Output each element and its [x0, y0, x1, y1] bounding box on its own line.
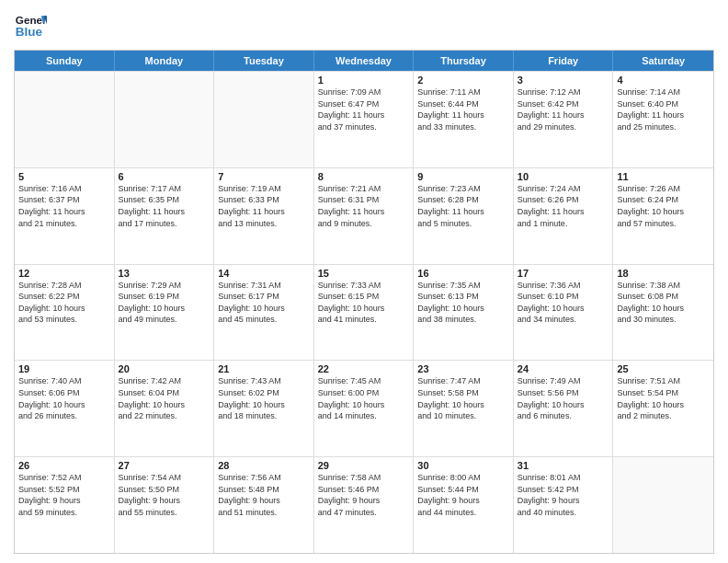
cell-line: Sunset: 6:08 PM — [617, 291, 710, 303]
cell-line: and 29 minutes. — [518, 121, 609, 133]
calendar-row: 19Sunrise: 7:40 AMSunset: 6:06 PMDayligh… — [15, 360, 713, 456]
calendar-cell: 18Sunrise: 7:38 AMSunset: 6:08 PMDayligh… — [613, 265, 713, 361]
calendar: SundayMondayTuesdayWednesdayThursdayFrid… — [14, 50, 714, 554]
day-number: 22 — [318, 363, 410, 374]
cell-line: Sunrise: 7:58 AM — [318, 472, 410, 484]
cell-line: and 17 minutes. — [119, 218, 210, 230]
cell-line: Sunrise: 7:19 AM — [218, 183, 310, 195]
calendar-cell: 17Sunrise: 7:36 AMSunset: 6:10 PMDayligh… — [514, 265, 614, 361]
empty-cell — [15, 72, 115, 167]
cell-line: Daylight: 11 hours — [318, 109, 410, 121]
cell-line: Sunset: 5:46 PM — [318, 484, 410, 496]
cell-line: Daylight: 10 hours — [518, 303, 609, 315]
cell-line: and 41 minutes. — [318, 314, 410, 326]
cell-line: Sunrise: 7:45 AM — [318, 375, 410, 387]
day-number: 14 — [218, 268, 310, 279]
cell-line: and 53 minutes. — [18, 314, 110, 326]
logo-icon: General Blue — [14, 9, 47, 42]
day-number: 3 — [518, 75, 609, 86]
weekday-header: Sunday — [15, 51, 115, 71]
cell-line: and 5 minutes. — [417, 218, 509, 230]
empty-cell — [115, 72, 215, 167]
cell-line: Daylight: 11 hours — [518, 206, 609, 218]
calendar-cell: 14Sunrise: 7:31 AMSunset: 6:17 PMDayligh… — [214, 265, 314, 361]
day-number: 11 — [617, 171, 710, 182]
day-number: 12 — [18, 268, 110, 279]
day-number: 8 — [318, 171, 410, 182]
cell-line: Daylight: 10 hours — [318, 303, 410, 315]
weekday-header: Friday — [514, 51, 614, 71]
cell-line: Sunrise: 7:14 AM — [617, 86, 710, 98]
calendar-cell: 31Sunrise: 8:01 AMSunset: 5:42 PMDayligh… — [514, 457, 614, 553]
cell-line: and 25 minutes. — [617, 121, 710, 133]
cell-line: Sunset: 6:26 PM — [518, 194, 609, 206]
page: General Blue SundayMondayTuesdayWednesda… — [0, 0, 728, 563]
cell-line: Sunset: 5:58 PM — [417, 387, 509, 399]
day-number: 10 — [518, 171, 609, 182]
cell-line: Sunset: 5:44 PM — [417, 484, 509, 496]
cell-line: Daylight: 10 hours — [119, 303, 210, 315]
day-number: 19 — [18, 363, 110, 374]
cell-line: Sunset: 6:06 PM — [18, 387, 110, 399]
calendar-row: 26Sunrise: 7:52 AMSunset: 5:52 PMDayligh… — [15, 456, 713, 553]
calendar-cell: 3Sunrise: 7:12 AMSunset: 6:42 PMDaylight… — [514, 72, 614, 167]
cell-line: and 1 minute. — [518, 218, 609, 230]
cell-line: Sunrise: 7:49 AM — [518, 375, 609, 387]
cell-line: Sunrise: 7:54 AM — [119, 472, 210, 484]
cell-line: and 22 minutes. — [119, 410, 210, 422]
cell-line: Daylight: 10 hours — [617, 303, 710, 315]
calendar-cell: 4Sunrise: 7:14 AMSunset: 6:40 PMDaylight… — [613, 72, 713, 167]
calendar-cell: 9Sunrise: 7:23 AMSunset: 6:28 PMDaylight… — [414, 168, 514, 264]
cell-line: Daylight: 10 hours — [18, 399, 110, 411]
cell-line: Sunset: 5:50 PM — [119, 484, 210, 496]
cell-line: Sunrise: 7:36 AM — [518, 280, 609, 292]
day-number: 16 — [417, 268, 509, 279]
cell-line: and 37 minutes. — [318, 121, 410, 133]
cell-line: Sunrise: 7:16 AM — [18, 183, 110, 195]
cell-line: Sunset: 6:19 PM — [119, 291, 210, 303]
calendar-cell: 15Sunrise: 7:33 AMSunset: 6:15 PMDayligh… — [314, 265, 415, 361]
svg-text:Blue: Blue — [16, 25, 43, 39]
cell-line: Daylight: 11 hours — [518, 109, 609, 121]
day-number: 29 — [318, 460, 410, 471]
cell-line: Daylight: 10 hours — [518, 399, 609, 411]
cell-line: and 44 minutes. — [417, 507, 509, 519]
cell-line: Daylight: 11 hours — [218, 206, 310, 218]
calendar-cell: 13Sunrise: 7:29 AMSunset: 6:19 PMDayligh… — [115, 265, 215, 361]
cell-line: Sunrise: 7:47 AM — [417, 375, 509, 387]
calendar-cell: 16Sunrise: 7:35 AMSunset: 6:13 PMDayligh… — [414, 265, 514, 361]
day-number: 26 — [18, 460, 110, 471]
cell-line: and 30 minutes. — [617, 314, 710, 326]
cell-line: Sunset: 6:40 PM — [617, 98, 710, 110]
cell-line: and 21 minutes. — [18, 218, 110, 230]
cell-line: Daylight: 9 hours — [119, 495, 210, 507]
calendar-cell: 21Sunrise: 7:43 AMSunset: 6:02 PMDayligh… — [214, 361, 314, 456]
cell-line: Sunrise: 7:51 AM — [617, 375, 710, 387]
day-number: 7 — [218, 171, 310, 182]
day-number: 17 — [518, 268, 609, 279]
day-number: 2 — [417, 75, 509, 86]
calendar-cell: 30Sunrise: 8:00 AMSunset: 5:44 PMDayligh… — [414, 457, 514, 553]
cell-line: Sunrise: 8:01 AM — [518, 472, 609, 484]
calendar-row: 5Sunrise: 7:16 AMSunset: 6:37 PMDaylight… — [15, 167, 713, 264]
cell-line: and 2 minutes. — [617, 410, 710, 422]
cell-line: Sunrise: 8:00 AM — [417, 472, 509, 484]
calendar-cell: 10Sunrise: 7:24 AMSunset: 6:26 PMDayligh… — [514, 168, 614, 264]
cell-line: Sunrise: 7:11 AM — [417, 86, 509, 98]
calendar-row: 12Sunrise: 7:28 AMSunset: 6:22 PMDayligh… — [15, 264, 713, 361]
cell-line: Sunrise: 7:52 AM — [18, 472, 110, 484]
empty-cell — [613, 457, 713, 553]
day-number: 18 — [617, 268, 710, 279]
calendar-cell: 7Sunrise: 7:19 AMSunset: 6:33 PMDaylight… — [214, 168, 314, 264]
cell-line: Sunrise: 7:38 AM — [617, 280, 710, 292]
cell-line: Daylight: 11 hours — [18, 206, 110, 218]
cell-line: Daylight: 11 hours — [318, 206, 410, 218]
cell-line: Sunset: 6:28 PM — [417, 194, 509, 206]
weekday-header: Thursday — [414, 51, 514, 71]
cell-line: Sunrise: 7:31 AM — [218, 280, 310, 292]
cell-line: Sunrise: 7:40 AM — [18, 375, 110, 387]
calendar-cell: 29Sunrise: 7:58 AMSunset: 5:46 PMDayligh… — [314, 457, 415, 553]
cell-line: Sunset: 6:31 PM — [318, 194, 410, 206]
cell-line: Sunset: 6:22 PM — [18, 291, 110, 303]
day-number: 21 — [218, 363, 310, 374]
